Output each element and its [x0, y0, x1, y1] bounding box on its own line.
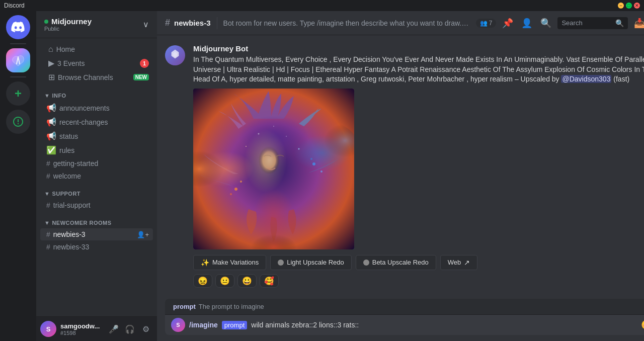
- circle-icon: [278, 260, 284, 266]
- emoji-picker-button[interactable]: 😊: [639, 318, 644, 331]
- web-button[interactable]: Web ↗: [440, 255, 478, 270]
- category-newcomer[interactable]: ▼ NEWCOMER ROOMS: [36, 212, 157, 228]
- minimize-button[interactable]: −: [618, 3, 624, 9]
- channel-sidebar: Midjourney Public ∨ ⌂ Home ▶ 3 Events 1 …: [36, 11, 157, 341]
- sidebar-content: ⌂ Home ▶ 3 Events 1 ⊞ Browse Channels NE…: [36, 38, 157, 316]
- svg-point-13: [273, 126, 274, 127]
- channel-name: recent-changes: [59, 118, 108, 126]
- search-header-button[interactable]: 🔍: [538, 16, 553, 31]
- sidebar-item-home[interactable]: ⌂ Home: [40, 43, 153, 56]
- add-member-icon[interactable]: 👤+: [137, 231, 149, 238]
- server-name: Midjourney: [51, 17, 92, 26]
- events-icon: ▶: [48, 58, 54, 68]
- titlebar-left: Discord: [4, 2, 25, 9]
- headset-button[interactable]: 🎧: [123, 322, 137, 336]
- home-icon: ⌂: [48, 45, 53, 54]
- inbox-button[interactable]: 📥: [632, 16, 644, 31]
- explore-button[interactable]: [6, 110, 30, 134]
- discord-home-button[interactable]: [6, 15, 30, 39]
- sparkles-icon: ✨: [201, 259, 209, 267]
- image-canvas: [193, 89, 354, 249]
- message-text: In The Quantum Multiverses, Every Choice…: [193, 55, 644, 84]
- window-controls: − □ ✕: [618, 3, 640, 9]
- channel-getting-started[interactable]: # getting-started: [40, 157, 153, 169]
- reaction-3[interactable]: 😀: [237, 274, 257, 288]
- channel-name: announcements: [59, 104, 110, 112]
- channel-name: newbies-3: [53, 230, 86, 238]
- action-buttons: ✨ Make Variations Light Upscale Redo Bet…: [193, 255, 644, 270]
- prompt-hint: prompt The prompt to imagine: [165, 299, 644, 315]
- category-info[interactable]: ▼ INFO: [36, 84, 157, 101]
- svg-point-12: [286, 136, 287, 137]
- status-dot: [44, 20, 48, 24]
- messages-area[interactable]: Midjourney Bot In The Quantum Multiverse…: [157, 35, 644, 295]
- svg-point-6: [240, 181, 242, 183]
- microphone-button[interactable]: 🎤: [107, 322, 121, 336]
- close-button[interactable]: ✕: [634, 3, 640, 9]
- channel-header: # newbies-3 Bot room for new users. Type…: [157, 11, 644, 35]
- svg-point-1: [193, 139, 264, 199]
- channel-header-name: # newbies-3: [165, 18, 211, 28]
- user-avatar: S: [40, 321, 56, 337]
- members-number: 7: [489, 20, 493, 27]
- hash-prefix: #: [165, 18, 170, 28]
- category-support[interactable]: ▼ SUPPORT: [36, 183, 157, 199]
- channel-status[interactable]: 📢 status: [40, 129, 153, 143]
- chevron-icon: ▼: [44, 93, 50, 99]
- sidebar-item-browse[interactable]: ⊞ Browse Channels NEW: [40, 70, 153, 84]
- channel-trial-support[interactable]: # trial-support: [40, 199, 153, 211]
- hash-icon: 📢: [46, 117, 56, 127]
- emoji-4: 🥰: [264, 276, 274, 286]
- input-user-avatar: S: [171, 318, 185, 332]
- channel-newbies-3[interactable]: # newbies-3 👤+: [40, 228, 153, 240]
- reaction-2[interactable]: 😐: [215, 274, 234, 288]
- search-bar[interactable]: 🔍: [557, 17, 628, 29]
- channel-announcements[interactable]: 📢 announcements: [40, 101, 153, 115]
- table-row: Midjourney Bot In The Quantum Multiverse…: [157, 43, 644, 289]
- channel-name: rules: [59, 146, 74, 154]
- sidebar-item-events[interactable]: ▶ 3 Events 1: [40, 56, 153, 70]
- maximize-button[interactable]: □: [626, 3, 632, 9]
- make-variations-button[interactable]: ✨ Make Variations: [193, 255, 266, 270]
- rules-icon: ✅: [46, 145, 56, 155]
- message-text-input[interactable]: [251, 321, 635, 329]
- server-name-row: Midjourney: [44, 17, 92, 26]
- light-upscale-redo-button[interactable]: Light Upscale Redo: [270, 255, 351, 270]
- sidebar-item-label: Home: [56, 45, 75, 53]
- btn-label: Make Variations: [212, 259, 259, 266]
- svg-point-3: [228, 204, 319, 249]
- svg-point-4: [250, 135, 292, 191]
- search-input[interactable]: [561, 19, 612, 27]
- svg-point-2: [289, 121, 354, 177]
- pin-button[interactable]: 📌: [500, 16, 515, 31]
- server-icon-midjourney[interactable]: [6, 48, 30, 72]
- reaction-4[interactable]: 🥰: [260, 274, 279, 288]
- input-area: prompt The prompt to imagine S /imagine …: [157, 295, 644, 341]
- hash-icon: #: [46, 159, 50, 167]
- hash-icon: #: [46, 230, 50, 238]
- add-server-button[interactable]: +: [6, 81, 30, 106]
- btn-label: Web: [448, 259, 461, 266]
- settings-button[interactable]: ⚙: [139, 322, 153, 336]
- emoji-2: 😐: [220, 276, 230, 286]
- btn-label: Light Upscale Redo: [287, 259, 344, 266]
- beta-upscale-redo-button[interactable]: Beta Upscale Redo: [356, 255, 436, 270]
- members-button[interactable]: 👤: [519, 16, 534, 31]
- reactions: 😖 😐 😀 🥰: [193, 274, 644, 288]
- channel-newbies-33[interactable]: # newbies-33: [40, 241, 153, 253]
- emoji-1: 😖: [198, 276, 208, 286]
- server-bar: +: [0, 11, 36, 341]
- prompt-hint-text: The prompt to imagine: [199, 303, 264, 310]
- ai-generated-image: [193, 89, 354, 249]
- main-area: # newbies-3 Bot room for new users. Type…: [157, 11, 644, 341]
- channel-name: trial-support: [53, 201, 91, 209]
- msg-mention[interactable]: @Davidson303: [561, 75, 611, 83]
- channel-welcome[interactable]: # welcome: [40, 170, 153, 182]
- hash-icon: 📢: [46, 131, 56, 141]
- channel-rules[interactable]: ✅ rules: [40, 143, 153, 157]
- sidebar-item-label: 3 Events: [57, 59, 85, 67]
- server-header[interactable]: Midjourney Public ∨: [36, 11, 157, 38]
- search-icon: 🔍: [615, 19, 624, 27]
- channel-recent-changes[interactable]: 📢 recent-changes: [40, 115, 153, 129]
- reaction-1[interactable]: 😖: [193, 274, 212, 288]
